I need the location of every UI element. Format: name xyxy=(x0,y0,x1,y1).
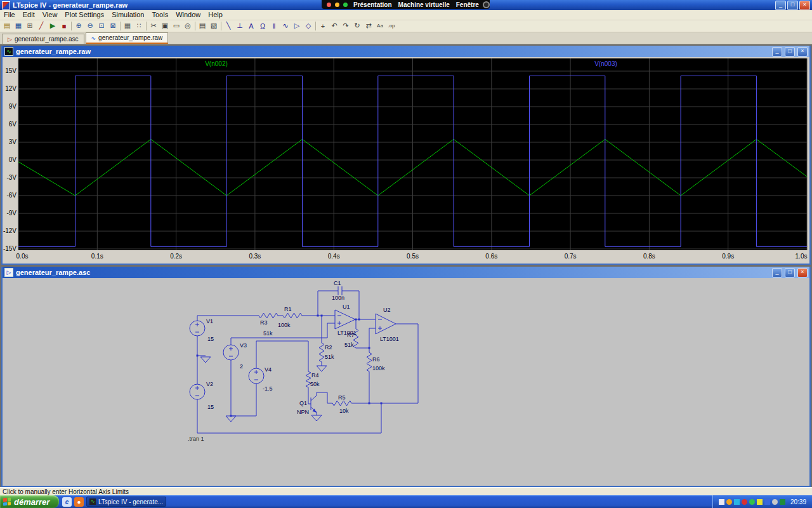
component-name-label[interactable]: R4 xyxy=(311,372,319,378)
mirror-icon[interactable]: ⇄ xyxy=(363,20,374,31)
y-tick-label[interactable]: 3V xyxy=(9,138,17,145)
x-tick-label[interactable]: 0.1s xyxy=(91,253,103,260)
menu-tools[interactable]: Tools xyxy=(148,10,172,20)
redo-icon[interactable]: ↷ xyxy=(340,20,351,31)
autorange-icon[interactable]: ∷ xyxy=(133,20,145,31)
component-value-label[interactable]: 15 xyxy=(207,336,214,342)
component-value-label[interactable]: 50k xyxy=(310,381,320,387)
menu-simulation[interactable]: Simulation xyxy=(108,10,148,20)
halt-icon[interactable]: ■ xyxy=(58,20,70,31)
waveform-plot[interactable]: 0.0s0.1s0.2s0.3s0.4s0.5s0.6s0.7s0.8s0.9s… xyxy=(3,57,809,264)
component-name-label[interactable]: U1 xyxy=(343,304,350,310)
tab-generateur-rampe-raw[interactable]: ∿ generateur_rampe.raw xyxy=(86,32,169,44)
y-tick-label[interactable]: -15V xyxy=(3,245,16,252)
waveform-minimize-button[interactable]: _ xyxy=(772,47,782,57)
schematic-close-button[interactable]: × xyxy=(797,268,808,277)
component-name-label[interactable]: R3 xyxy=(260,319,268,326)
menu-plot-settings[interactable]: Plot Settings xyxy=(61,10,108,20)
component-value-label[interactable]: LT1001 xyxy=(380,336,399,342)
component-value-label[interactable]: 51k xyxy=(325,354,334,360)
tray-icon[interactable] xyxy=(734,499,740,505)
wire-icon[interactable]: ╲ xyxy=(223,20,234,31)
tray-icon[interactable] xyxy=(726,499,732,505)
schematic-window-title-bar[interactable]: ▷ generateur_rampe.asc _ □ × xyxy=(3,267,809,278)
component-name-label[interactable]: U2 xyxy=(383,307,391,313)
component-name-label[interactable]: C1 xyxy=(334,280,341,286)
y-tick-label[interactable]: 15V xyxy=(5,67,16,74)
vm-minimize-traffic-light[interactable] xyxy=(335,3,339,7)
tab-generateur-rampe-asc[interactable]: ▷ generateur_rampe.asc xyxy=(2,34,84,44)
tray-icon[interactable] xyxy=(719,499,724,505)
component-value-label[interactable]: 10k xyxy=(339,408,349,414)
vm-menu-pr-sentation[interactable]: Présentation xyxy=(353,1,392,8)
tray-icon[interactable] xyxy=(780,499,785,505)
save-icon[interactable]: ▦ xyxy=(13,20,24,31)
capacitor-icon[interactable]: ‖ xyxy=(268,20,280,31)
tray-icon[interactable] xyxy=(772,499,778,505)
component-name-label[interactable]: R1 xyxy=(284,306,292,312)
cut-icon[interactable]: ✂ xyxy=(148,20,159,31)
x-tick-label[interactable]: 0.5s xyxy=(407,253,419,260)
component-value-label[interactable]: NPN xyxy=(297,409,309,415)
component-value-label[interactable]: LT1001 xyxy=(337,330,357,336)
start-button[interactable]: démarrer xyxy=(0,495,59,508)
resistor-icon[interactable]: Ω xyxy=(257,20,268,31)
component-value-label[interactable]: -1.5 xyxy=(263,385,273,392)
vm-menu-fen-tre[interactable]: Fenêtre xyxy=(456,1,479,8)
rotate-icon[interactable]: ↻ xyxy=(351,20,363,31)
x-tick-label[interactable]: 1.0s xyxy=(796,253,808,260)
component-value-label[interactable]: 15 xyxy=(207,404,214,410)
menu-view[interactable]: View xyxy=(39,10,62,20)
trace-label[interactable]: V(n002) xyxy=(205,60,228,67)
component-icon[interactable]: ◇ xyxy=(303,20,314,31)
print-icon[interactable]: ▤ xyxy=(197,20,208,31)
component-value-label[interactable]: 100k xyxy=(278,322,291,328)
diode-icon[interactable]: ▷ xyxy=(291,20,303,31)
vm-zoom-traffic-light[interactable] xyxy=(343,3,348,7)
waveform-close-button[interactable]: × xyxy=(797,47,808,57)
component-value-label[interactable]: 100k xyxy=(372,365,385,371)
x-tick-label[interactable]: 0.6s xyxy=(485,253,497,260)
control-panel-icon[interactable]: ⊞ xyxy=(24,20,36,31)
component-name-label[interactable]: Q1 xyxy=(299,400,307,406)
run-icon[interactable]: ▶ xyxy=(47,20,58,31)
menu-file[interactable]: File xyxy=(0,10,19,20)
component-value-label[interactable]: 51k xyxy=(344,342,354,348)
spice-directive[interactable]: .tran 1 xyxy=(188,436,204,442)
component-value-label[interactable]: 51k xyxy=(263,330,273,337)
x-tick-label[interactable]: 0.0s xyxy=(16,253,29,260)
x-tick-label[interactable]: 0.2s xyxy=(170,253,182,260)
taskbar-clock[interactable]: 20:39 xyxy=(790,498,806,505)
y-tick-label[interactable]: -12V xyxy=(3,227,16,234)
menu-help[interactable]: Help xyxy=(204,10,226,20)
copy-icon[interactable]: ▣ xyxy=(159,20,171,31)
y-tick-label[interactable]: -9V xyxy=(6,210,16,217)
vm-close-traffic-light[interactable] xyxy=(327,3,331,7)
x-tick-label[interactable]: 0.8s xyxy=(643,253,655,260)
zoom-full-icon[interactable]: ⊠ xyxy=(107,20,119,31)
y-tick-label[interactable]: 12V xyxy=(5,85,16,92)
undo-icon[interactable]: ↶ xyxy=(329,20,340,31)
record-icon[interactable] xyxy=(483,1,490,8)
y-tick-label[interactable]: 0V xyxy=(9,156,17,163)
x-tick-label[interactable]: 0.7s xyxy=(565,253,577,260)
paste-icon[interactable]: ▭ xyxy=(171,20,182,31)
trace-label[interactable]: V(n003) xyxy=(594,60,617,67)
quicklaunch-app-icon[interactable]: ● xyxy=(74,497,84,507)
waveform-canvas[interactable]: 0.0s0.1s0.2s0.3s0.4s0.5s0.6s0.7s0.8s0.9s… xyxy=(3,57,809,264)
component-name-label[interactable]: V1 xyxy=(206,318,213,324)
find-icon[interactable]: ◎ xyxy=(182,20,193,31)
open-icon[interactable]: ▤ xyxy=(1,20,13,31)
x-tick-label[interactable]: 0.9s xyxy=(722,253,734,260)
component-name-label[interactable]: V3 xyxy=(240,342,247,349)
move-icon[interactable]: + xyxy=(317,20,329,31)
schematic-background[interactable] xyxy=(3,278,809,486)
schematic-canvas-area[interactable]: C1100nR1100kR251kR351kR450kR510kR6100kR7… xyxy=(3,278,809,486)
ground-icon[interactable]: ⊥ xyxy=(234,20,246,31)
component-value-label[interactable]: 100n xyxy=(332,295,344,301)
zoom-out-icon[interactable]: ⊖ xyxy=(84,20,96,31)
y-tick-label[interactable]: 6V xyxy=(9,121,17,128)
quicklaunch-browser-icon[interactable]: e xyxy=(62,497,72,507)
tray-icon[interactable] xyxy=(749,499,755,505)
print-preview-icon[interactable]: ▧ xyxy=(208,20,219,31)
